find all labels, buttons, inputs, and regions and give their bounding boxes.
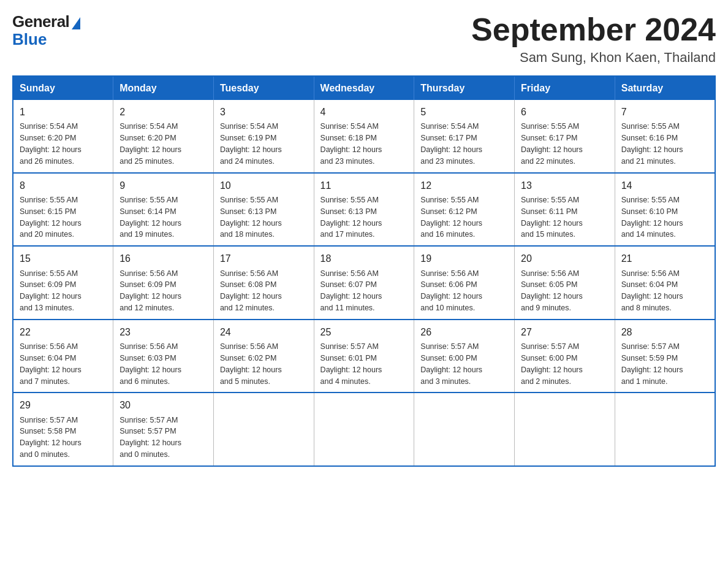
day-number: 19 (420, 251, 508, 266)
day-info: Sunrise: 5:54 AMSunset: 6:20 PMDaylight:… (119, 122, 181, 166)
day-cell: 27 Sunrise: 5:57 AMSunset: 6:00 PMDaylig… (515, 320, 615, 393)
day-info: Sunrise: 5:57 AMSunset: 6:00 PMDaylight:… (420, 342, 482, 386)
day-cell (213, 393, 314, 466)
day-number: 25 (320, 325, 408, 339)
day-cell: 19 Sunrise: 5:56 AMSunset: 6:06 PMDaylig… (414, 246, 515, 320)
day-number: 8 (20, 178, 107, 193)
day-cell: 25 Sunrise: 5:57 AMSunset: 6:01 PMDaylig… (314, 320, 414, 393)
day-cell: 29 Sunrise: 5:57 AMSunset: 5:58 PMDaylig… (13, 393, 113, 466)
day-number: 23 (119, 325, 207, 339)
day-info: Sunrise: 5:55 AMSunset: 6:12 PMDaylight:… (420, 196, 482, 239)
day-info: Sunrise: 5:55 AMSunset: 6:10 PMDaylight:… (621, 196, 683, 239)
day-info: Sunrise: 5:56 AMSunset: 6:04 PMDaylight:… (621, 269, 683, 313)
column-header-tuesday: Tuesday (213, 76, 314, 100)
day-info: Sunrise: 5:55 AMSunset: 6:09 PMDaylight:… (20, 269, 82, 313)
day-cell: 16 Sunrise: 5:56 AMSunset: 6:09 PMDaylig… (113, 246, 214, 320)
day-cell: 22 Sunrise: 5:56 AMSunset: 6:04 PMDaylig… (13, 320, 113, 393)
day-number: 27 (521, 325, 609, 339)
day-cell: 4 Sunrise: 5:54 AMSunset: 6:18 PMDayligh… (314, 100, 414, 173)
day-number: 16 (119, 251, 207, 266)
week-row-2: 8 Sunrise: 5:55 AMSunset: 6:15 PMDayligh… (13, 173, 715, 247)
day-info: Sunrise: 5:55 AMSunset: 6:11 PMDaylight:… (521, 196, 583, 239)
day-number: 18 (320, 251, 408, 266)
day-info: Sunrise: 5:57 AMSunset: 6:01 PMDaylight:… (320, 342, 382, 386)
day-number: 17 (220, 251, 308, 266)
day-number: 10 (220, 178, 308, 193)
day-info: Sunrise: 5:55 AMSunset: 6:15 PMDaylight:… (20, 196, 82, 239)
day-number: 13 (521, 178, 609, 193)
day-info: Sunrise: 5:56 AMSunset: 6:09 PMDaylight:… (119, 269, 181, 313)
day-number: 21 (621, 251, 708, 266)
day-info: Sunrise: 5:56 AMSunset: 6:06 PMDaylight:… (420, 269, 482, 313)
week-row-5: 29 Sunrise: 5:57 AMSunset: 5:58 PMDaylig… (13, 393, 715, 466)
day-cell: 11 Sunrise: 5:55 AMSunset: 6:13 PMDaylig… (314, 173, 414, 247)
day-cell: 15 Sunrise: 5:55 AMSunset: 6:09 PMDaylig… (13, 246, 113, 320)
day-info: Sunrise: 5:57 AMSunset: 6:00 PMDaylight:… (521, 342, 583, 386)
calendar-table: SundayMondayTuesdayWednesdayThursdayFrid… (12, 75, 716, 467)
day-cell: 9 Sunrise: 5:55 AMSunset: 6:14 PMDayligh… (113, 173, 214, 247)
week-row-4: 22 Sunrise: 5:56 AMSunset: 6:04 PMDaylig… (13, 320, 715, 393)
day-info: Sunrise: 5:57 AMSunset: 5:59 PMDaylight:… (621, 342, 683, 386)
day-info: Sunrise: 5:55 AMSunset: 6:17 PMDaylight:… (521, 122, 583, 166)
day-number: 15 (20, 251, 107, 266)
logo-triangle-icon (72, 17, 80, 29)
day-cell: 8 Sunrise: 5:55 AMSunset: 6:15 PMDayligh… (13, 173, 113, 247)
day-info: Sunrise: 5:56 AMSunset: 6:04 PMDaylight:… (20, 342, 82, 386)
day-info: Sunrise: 5:56 AMSunset: 6:07 PMDaylight:… (320, 269, 382, 313)
logo-general-text: General (12, 12, 69, 31)
day-info: Sunrise: 5:54 AMSunset: 6:17 PMDaylight:… (420, 122, 482, 166)
day-cell (414, 393, 515, 466)
title-section: September 2024 Sam Sung, Khon Kaen, Thai… (471, 12, 716, 66)
day-info: Sunrise: 5:56 AMSunset: 6:02 PMDaylight:… (220, 342, 282, 386)
day-number: 2 (119, 105, 207, 119)
day-cell: 17 Sunrise: 5:56 AMSunset: 6:08 PMDaylig… (213, 246, 314, 320)
day-cell: 7 Sunrise: 5:55 AMSunset: 6:16 PMDayligh… (615, 100, 715, 173)
day-number: 11 (320, 178, 408, 193)
logo: General Blue (12, 12, 80, 49)
day-number: 20 (521, 251, 609, 266)
day-cell: 28 Sunrise: 5:57 AMSunset: 5:59 PMDaylig… (615, 320, 715, 393)
day-info: Sunrise: 5:56 AMSunset: 6:03 PMDaylight:… (119, 342, 181, 386)
day-number: 29 (20, 398, 107, 412)
header-row: SundayMondayTuesdayWednesdayThursdayFrid… (13, 76, 715, 100)
day-cell: 18 Sunrise: 5:56 AMSunset: 6:07 PMDaylig… (314, 246, 414, 320)
column-header-friday: Friday (515, 76, 615, 100)
day-info: Sunrise: 5:55 AMSunset: 6:14 PMDaylight:… (119, 196, 181, 239)
day-number: 24 (220, 325, 308, 339)
day-info: Sunrise: 5:54 AMSunset: 6:20 PMDaylight:… (20, 122, 82, 166)
day-cell: 26 Sunrise: 5:57 AMSunset: 6:00 PMDaylig… (414, 320, 515, 393)
week-row-3: 15 Sunrise: 5:55 AMSunset: 6:09 PMDaylig… (13, 246, 715, 320)
day-cell: 24 Sunrise: 5:56 AMSunset: 6:02 PMDaylig… (213, 320, 314, 393)
day-cell: 14 Sunrise: 5:55 AMSunset: 6:10 PMDaylig… (615, 173, 715, 247)
column-header-thursday: Thursday (414, 76, 515, 100)
day-cell: 10 Sunrise: 5:55 AMSunset: 6:13 PMDaylig… (213, 173, 314, 247)
column-header-saturday: Saturday (615, 76, 715, 100)
day-info: Sunrise: 5:57 AMSunset: 5:58 PMDaylight:… (20, 416, 82, 459)
calendar-title: September 2024 (471, 12, 716, 47)
calendar-subtitle: Sam Sung, Khon Kaen, Thailand (471, 50, 716, 66)
day-number: 12 (420, 178, 508, 193)
column-header-sunday: Sunday (13, 76, 113, 100)
day-number: 4 (320, 105, 408, 119)
day-cell (314, 393, 414, 466)
day-info: Sunrise: 5:55 AMSunset: 6:16 PMDaylight:… (621, 122, 683, 166)
day-number: 9 (119, 178, 207, 193)
day-cell: 3 Sunrise: 5:54 AMSunset: 6:19 PMDayligh… (213, 100, 314, 173)
day-number: 28 (621, 325, 708, 339)
day-info: Sunrise: 5:55 AMSunset: 6:13 PMDaylight:… (220, 196, 282, 239)
day-cell: 6 Sunrise: 5:55 AMSunset: 6:17 PMDayligh… (515, 100, 615, 173)
day-info: Sunrise: 5:57 AMSunset: 5:57 PMDaylight:… (119, 416, 181, 459)
column-header-monday: Monday (113, 76, 214, 100)
day-cell: 23 Sunrise: 5:56 AMSunset: 6:03 PMDaylig… (113, 320, 214, 393)
day-number: 5 (420, 105, 508, 119)
day-cell: 13 Sunrise: 5:55 AMSunset: 6:11 PMDaylig… (515, 173, 615, 247)
day-info: Sunrise: 5:54 AMSunset: 6:19 PMDaylight:… (220, 122, 282, 166)
day-number: 7 (621, 105, 708, 119)
logo-blue-text: Blue (12, 30, 47, 49)
day-cell: 5 Sunrise: 5:54 AMSunset: 6:17 PMDayligh… (414, 100, 515, 173)
day-cell: 21 Sunrise: 5:56 AMSunset: 6:04 PMDaylig… (615, 246, 715, 320)
day-cell: 20 Sunrise: 5:56 AMSunset: 6:05 PMDaylig… (515, 246, 615, 320)
day-cell: 30 Sunrise: 5:57 AMSunset: 5:57 PMDaylig… (113, 393, 214, 466)
day-number: 1 (20, 105, 107, 119)
day-info: Sunrise: 5:55 AMSunset: 6:13 PMDaylight:… (320, 196, 382, 239)
